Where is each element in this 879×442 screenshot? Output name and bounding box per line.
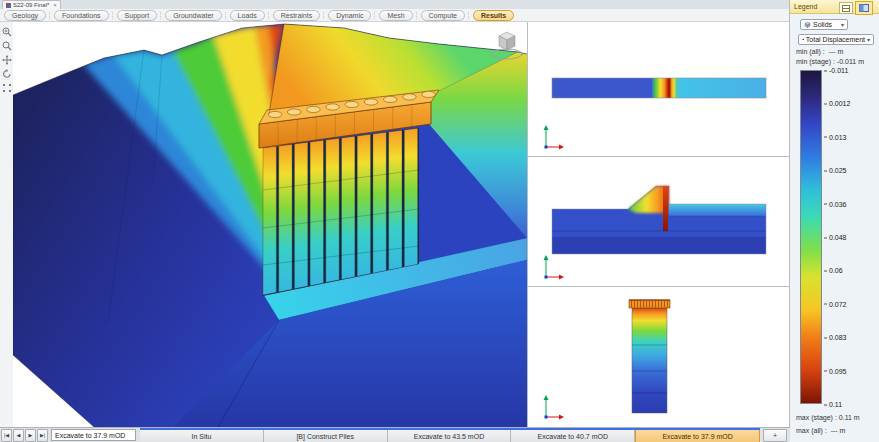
axis-triad <box>544 395 565 420</box>
ribbon-separator <box>160 12 162 19</box>
stage-tab[interactable]: In Situ <box>140 430 264 442</box>
zoom-window-icon[interactable] <box>1 26 12 37</box>
stage-tab[interactable]: [B] Construct Piles <box>264 430 388 442</box>
solids-dropdown[interactable]: Solids ▾ <box>800 19 848 30</box>
stage-nav-button[interactable]: ▶ <box>25 429 36 442</box>
ribbon-tab-loads[interactable]: Loads <box>230 10 265 21</box>
ribbon-tab-restraints[interactable]: Restraints <box>273 10 321 21</box>
legend-tick: 0.0012 <box>824 100 850 107</box>
max-all-row: max (all) : --- m <box>796 427 845 434</box>
wall-elevation-viewport[interactable] <box>528 287 789 427</box>
ribbon-tab-groundwater[interactable]: Groundwater <box>165 10 221 21</box>
ribbon-tab-dynamic[interactable]: Dynamic <box>328 10 371 21</box>
legend-tick: 0.11 <box>824 401 842 408</box>
ribbon-separator <box>323 12 325 19</box>
plan-section-viewport[interactable] <box>528 22 789 157</box>
application-window: S22-09 Final* × GeologyFoundationsSuppor… <box>0 0 879 442</box>
ribbon-tab-mesh[interactable]: Mesh <box>379 10 412 21</box>
legend-tick: 0.072 <box>824 300 847 307</box>
document-tab[interactable]: S22-09 Final* × <box>2 0 61 9</box>
legend-ticks: -0.0110.00120.0130.0250.0360.0480.060.07… <box>824 70 876 404</box>
zoom-icon[interactable] <box>1 40 12 51</box>
ribbon-tab-geology[interactable]: Geology <box>4 10 46 21</box>
min-stage-row: min (stage) : -0.011 m <box>796 58 864 65</box>
axis-triad <box>544 125 565 150</box>
ribbon-tabs: GeologyFoundationsSupportGroundwaterLoad… <box>0 9 790 22</box>
legend-tick: 0.025 <box>824 167 847 174</box>
result-type-dropdown[interactable]: Total Displacement ▾ <box>798 34 874 45</box>
ribbon-separator <box>468 12 470 19</box>
stage-tabs: In Situ[B] Construct PilesExcavate to 43… <box>140 428 760 442</box>
legend-title: Legend <box>794 3 817 10</box>
legend-tick: -0.011 <box>824 67 848 74</box>
stage-tab[interactable]: Excavate to 43.5 mOD <box>388 430 512 442</box>
legend-tick: 0.083 <box>824 334 847 341</box>
ribbon-separator <box>416 12 418 19</box>
stage-nav-button[interactable]: |◀ <box>1 429 12 442</box>
ribbon-separator <box>374 12 376 19</box>
ribbon-tab-support[interactable]: Support <box>117 10 158 21</box>
ribbon-separator <box>112 12 114 19</box>
stage-nav-button[interactable]: ◀ <box>13 429 24 442</box>
max-stage-row: max (stage) : 0.11 m <box>796 414 860 421</box>
legend-colorbar <box>800 70 822 404</box>
legend-tick: 0.013 <box>824 133 847 140</box>
cube-icon <box>804 21 811 28</box>
ribbon-separator <box>49 12 51 19</box>
chevron-down-icon: ▾ <box>841 21 844 28</box>
axis-triad <box>544 255 565 280</box>
app-logo-icon <box>6 3 11 8</box>
legend-tick: 0.048 <box>824 234 847 241</box>
model-3d-render <box>13 22 527 427</box>
current-stage-box[interactable]: Excavate to 37.9 mOD <box>51 429 136 441</box>
document-tab-label: S22-09 Final* <box>13 1 49 9</box>
min-all-row: min (all) : --- m <box>796 48 843 55</box>
ribbon-tab-foundations[interactable]: Foundations <box>54 10 109 21</box>
ribbon-separator <box>225 12 227 19</box>
add-stage-button[interactable]: + <box>763 429 787 442</box>
legend-export-button[interactable] <box>839 2 853 14</box>
zoom-extents-icon[interactable] <box>1 82 12 93</box>
legend-tick: 0.036 <box>824 200 847 207</box>
cross-section-viewport[interactable] <box>528 157 789 287</box>
close-icon[interactable]: × <box>53 1 57 9</box>
legend-tick: 0.095 <box>824 367 847 374</box>
stage-bar: |◀◀▶▶| Excavate to 37.9 mOD In Situ[B] C… <box>0 427 790 442</box>
displacement-icon <box>802 36 804 43</box>
main-3d-viewport[interactable] <box>13 22 528 427</box>
legend-header: Legend <box>790 0 879 14</box>
ribbon-separator <box>268 12 270 19</box>
stage-nav-buttons: |◀◀▶▶| <box>0 429 48 442</box>
stage-tab[interactable]: Excavate to 40.7 mOD <box>511 430 635 442</box>
rotate-icon[interactable] <box>1 68 12 79</box>
solids-dropdown-label: Solids <box>813 21 832 28</box>
legend-panel: Legend Solids ▾ Total Displacement ▾ min… <box>789 0 879 442</box>
ribbon-tab-results[interactable]: Results <box>473 10 514 21</box>
legend-dock-button[interactable] <box>855 1 873 15</box>
stage-tab[interactable]: Excavate to 37.9 mOD <box>635 430 760 442</box>
chevron-down-icon: ▾ <box>867 36 870 43</box>
ribbon-tab-compute[interactable]: Compute <box>421 10 465 21</box>
legend-tick: 0.06 <box>824 267 843 274</box>
stage-nav-button[interactable]: ▶| <box>37 429 48 442</box>
result-type-label: Total Displacement <box>806 36 865 43</box>
view-toolbar <box>0 22 14 427</box>
pan-icon[interactable] <box>1 54 12 65</box>
